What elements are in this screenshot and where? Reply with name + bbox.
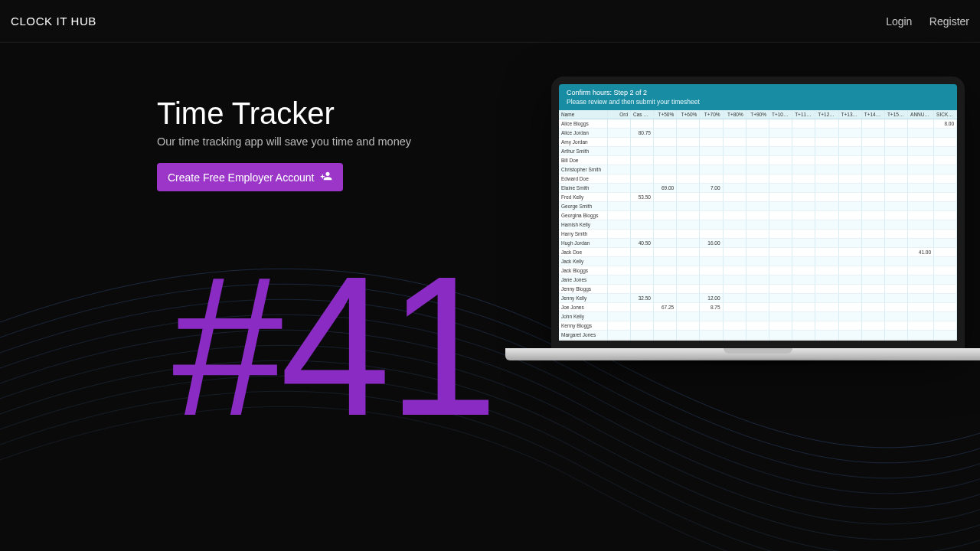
cell	[934, 312, 957, 321]
cell	[746, 220, 769, 230]
login-link[interactable]: Login	[886, 15, 912, 28]
cell	[934, 303, 957, 312]
cell	[608, 147, 631, 156]
cell: Jenny Bloggs	[559, 285, 608, 294]
cell	[746, 331, 769, 340]
cell: 8.75	[700, 303, 723, 312]
cell	[608, 165, 631, 174]
cell	[862, 184, 885, 193]
cell	[934, 138, 957, 147]
cell	[608, 257, 631, 266]
cell	[839, 257, 862, 266]
cell	[908, 285, 934, 294]
col-rate: T+90%	[746, 110, 769, 119]
cell	[839, 184, 862, 193]
cell	[769, 312, 792, 321]
cell	[769, 303, 792, 312]
cell	[608, 294, 631, 303]
cell	[908, 220, 934, 230]
cell: Jack Kelly	[559, 257, 608, 266]
table-row: Alice Bloggs8.00	[559, 119, 957, 129]
cell	[608, 138, 631, 147]
cell	[839, 220, 862, 230]
cell	[839, 266, 862, 276]
register-link[interactable]: Register	[929, 15, 969, 28]
laptop-base	[505, 348, 980, 370]
table-row: George Smith	[559, 202, 957, 211]
cell	[631, 156, 654, 165]
cell	[677, 193, 700, 202]
cell	[792, 312, 815, 321]
cell	[815, 266, 838, 276]
cell	[839, 119, 862, 129]
create-account-button[interactable]: Create Free Employer Account	[157, 163, 343, 191]
cell	[700, 211, 723, 220]
table-row: Georgina Bloggs	[559, 211, 957, 220]
cell	[769, 331, 792, 340]
col-rate: T+110%	[792, 110, 815, 119]
cell	[769, 119, 792, 129]
cell	[677, 331, 700, 340]
app-screenshot: Confirm hours: Step 2 of 2 Please review…	[559, 84, 957, 341]
cell	[724, 156, 746, 165]
cell	[934, 266, 957, 276]
cell	[700, 276, 723, 285]
cell	[746, 340, 769, 341]
cell: Hugh Jordan	[559, 239, 608, 248]
cell	[769, 294, 792, 303]
cell: 7.00	[700, 184, 723, 193]
cell	[631, 248, 654, 257]
hero: Time Tracker Our time tracking app will …	[157, 96, 411, 191]
table-row: Jack Bloggs	[559, 266, 957, 276]
cell	[885, 184, 908, 193]
cell	[608, 276, 631, 285]
cell	[885, 193, 908, 202]
cell	[608, 129, 631, 138]
cell	[839, 331, 862, 340]
user-plus-icon	[320, 170, 332, 184]
cell	[839, 285, 862, 294]
cell	[654, 202, 677, 211]
cell	[631, 257, 654, 266]
cell	[700, 138, 723, 147]
cell	[908, 331, 934, 340]
cell	[862, 220, 885, 230]
cell	[608, 303, 631, 312]
cell	[746, 165, 769, 174]
brand[interactable]: CLOCK IT HUB	[11, 15, 96, 28]
cell: 40.50	[631, 239, 654, 248]
cell	[815, 248, 838, 257]
cell	[908, 321, 934, 331]
cell	[862, 331, 885, 340]
cell	[746, 211, 769, 220]
cell	[815, 119, 838, 129]
cell	[839, 230, 862, 239]
cell	[792, 156, 815, 165]
cell	[862, 211, 885, 220]
cell	[862, 340, 885, 341]
cell	[631, 138, 654, 147]
cell	[654, 294, 677, 303]
cell	[608, 202, 631, 211]
cell	[654, 331, 677, 340]
cell: Arthur Smith	[559, 147, 608, 156]
cell	[769, 230, 792, 239]
cell	[677, 321, 700, 331]
cell	[608, 340, 631, 341]
cell	[700, 129, 723, 138]
cell	[608, 248, 631, 257]
cell	[631, 119, 654, 129]
cell	[631, 220, 654, 230]
cell	[934, 220, 957, 230]
cell	[654, 193, 677, 202]
cell	[631, 331, 654, 340]
cell	[792, 119, 815, 129]
cell	[677, 138, 700, 147]
cell	[815, 285, 838, 294]
cell	[908, 193, 934, 202]
cell	[815, 193, 838, 202]
cell	[608, 193, 631, 202]
cell	[839, 312, 862, 321]
cell	[885, 230, 908, 239]
cell	[746, 294, 769, 303]
